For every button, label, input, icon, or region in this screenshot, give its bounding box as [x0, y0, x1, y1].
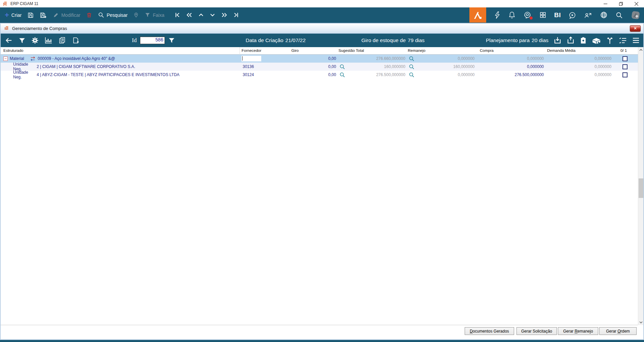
- gear-icon: [31, 37, 39, 44]
- row-checkbox[interactable]: [622, 64, 628, 69]
- collapse-icon[interactable]: −: [3, 57, 8, 61]
- import-button[interactable]: [553, 36, 562, 44]
- documentos-gerados-button[interactable]: Documentos Gerados: [465, 327, 514, 335]
- nav-prev-page-icon[interactable]: [186, 12, 193, 18]
- inner-close-button[interactable]: ✕: [630, 25, 641, 32]
- cigam-home-button[interactable]: [469, 7, 486, 23]
- apps-grid-button[interactable]: [539, 11, 546, 19]
- magnifier-icon: [409, 56, 415, 62]
- scrollbar-thumb[interactable]: [639, 178, 643, 198]
- modificar-button[interactable]: Modificar: [53, 12, 80, 18]
- settings-button[interactable]: [31, 37, 39, 44]
- fornecedor-value: 30136: [243, 64, 254, 69]
- id-input[interactable]: 586: [140, 37, 165, 44]
- cigam-profile-button[interactable]: [631, 10, 641, 20]
- purchases-grid: Estruturado Fornecedor Giro Sugestão Tot…: [1, 47, 643, 325]
- col-remanejo[interactable]: Remanejo: [408, 48, 425, 53]
- giro-lookup[interactable]: [337, 72, 348, 78]
- filter-icon: [145, 12, 150, 18]
- notifications-button[interactable]: [508, 11, 515, 19]
- nav-down-icon[interactable]: [209, 12, 216, 18]
- nav-next-page-icon[interactable]: [221, 12, 228, 18]
- col-compra[interactable]: Compra: [480, 48, 494, 53]
- clipboard-button[interactable]: [580, 37, 587, 44]
- copy-button[interactable]: [58, 37, 66, 44]
- export-button[interactable]: [567, 36, 575, 44]
- pesquisar-button[interactable]: Pesquisar: [98, 12, 128, 18]
- save-new-button[interactable]: [40, 12, 47, 19]
- location-button[interactable]: [133, 12, 139, 18]
- global-search-button[interactable]: [615, 11, 623, 19]
- checklist-button[interactable]: [619, 37, 627, 44]
- vertical-scrollbar[interactable]: [638, 47, 643, 325]
- column-separator: [240, 47, 240, 55]
- delete-button[interactable]: [86, 12, 92, 18]
- nav-last-icon[interactable]: [233, 12, 239, 18]
- scroll-up-icon[interactable]: [638, 47, 644, 53]
- user-access-button[interactable]: [584, 11, 592, 19]
- lightning-icon: [494, 11, 501, 19]
- row-checkbox[interactable]: [622, 72, 628, 77]
- package-button[interactable]: [592, 37, 601, 44]
- cigam-app-icon: [4, 26, 9, 31]
- compra-value: 0,000000: [527, 64, 544, 69]
- checklist-icon: [619, 37, 627, 44]
- distribute-button[interactable]: [606, 36, 614, 44]
- video-help-button[interactable]: [569, 11, 576, 19]
- planning-label: Planejamento para20 dias: [486, 37, 548, 43]
- play-bubble-icon: [569, 11, 576, 19]
- gerenciamento-compras-window: Gerenciamento de Compras ✕ Id 586 Data d…: [0, 23, 644, 340]
- bi-label: BI: [554, 11, 561, 19]
- table-row[interactable]: − Material 000009 - Aço inoxidável Ação …: [1, 55, 638, 63]
- col-sugestao[interactable]: Sugestão Total: [338, 48, 364, 53]
- search-icon: [615, 11, 623, 19]
- nav-first-icon[interactable]: [174, 12, 181, 18]
- sugestao-total-value: 276.500,000000: [376, 72, 405, 77]
- support-button[interactable]: [523, 11, 532, 19]
- menu-icon: [632, 37, 640, 44]
- table-row[interactable]: − Unidade Neg. 2 | CIGAM | CIGAM SOFTWAR…: [1, 63, 638, 71]
- chart-button[interactable]: [44, 37, 52, 44]
- web-button[interactable]: [600, 11, 608, 19]
- col-estruturado[interactable]: Estruturado: [3, 48, 23, 53]
- minimize-button[interactable]: [598, 0, 613, 7]
- table-row[interactable]: − Unidade Neg. 4 | ABYZ-CIGAM - TESTE | …: [1, 71, 638, 79]
- window-title: ERP CIGAM 11: [10, 1, 38, 6]
- remanejo-lookup[interactable]: [407, 56, 417, 62]
- restore-button[interactable]: [613, 0, 629, 7]
- new-doc-button[interactable]: [72, 37, 79, 44]
- save-button[interactable]: [27, 12, 34, 19]
- scroll-down-icon[interactable]: [638, 319, 644, 325]
- gerar-solicitacao-button[interactable]: Gerar Solicitação: [516, 327, 557, 335]
- col-fornecedor[interactable]: Fornecedor: [242, 48, 261, 53]
- id-filter-button[interactable]: [168, 37, 175, 44]
- close-button[interactable]: [629, 0, 644, 7]
- modificar-label: Modificar: [61, 12, 80, 18]
- clipboard-icon: [580, 37, 587, 44]
- filter-button[interactable]: [19, 37, 26, 44]
- pesquisar-label: Pesquisar: [107, 12, 128, 18]
- filter-icon: [19, 37, 26, 44]
- gerar-ordem-button[interactable]: Gerar Ordem: [599, 327, 637, 335]
- criar-button[interactable]: + Criar: [5, 12, 22, 18]
- magnifier-icon: [409, 72, 415, 78]
- back-button[interactable]: [5, 37, 13, 44]
- col-demanda-media[interactable]: Demanda Média: [547, 48, 575, 53]
- id-label: Id: [132, 37, 137, 44]
- quick-actions-button[interactable]: [494, 11, 501, 19]
- fornecedor-input[interactable]: [241, 56, 261, 62]
- remanejo-lookup[interactable]: [407, 64, 417, 70]
- giro-lookup[interactable]: [337, 64, 348, 70]
- gerar-remanejo-button[interactable]: Gerar Remanejo: [558, 327, 598, 335]
- bi-button[interactable]: BI: [554, 11, 561, 19]
- faixa-button[interactable]: Faixa: [145, 12, 164, 18]
- menu-button[interactable]: [632, 37, 640, 44]
- pencil-icon: [53, 12, 59, 18]
- row-checkbox[interactable]: [622, 56, 628, 61]
- nav-up-icon[interactable]: [198, 12, 204, 18]
- col-giro[interactable]: Giro: [291, 48, 299, 53]
- trash-icon: [86, 12, 92, 18]
- remanejo-lookup[interactable]: [407, 72, 417, 78]
- row-type-label: Unidade Neg.: [13, 70, 37, 79]
- remanejo-value: 160,000000: [453, 64, 474, 69]
